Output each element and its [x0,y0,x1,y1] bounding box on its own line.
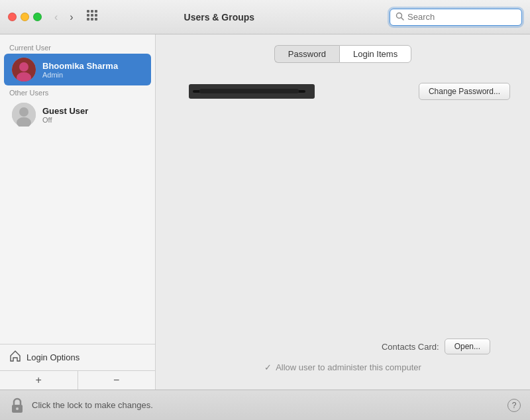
contacts-card-label: Contacts Card: [382,342,439,352]
password-mask [193,88,305,95]
checkmark-icon: ✓ [264,362,272,372]
guest-user-name: Guest User [42,106,88,116]
svg-point-15 [19,107,28,117]
remove-user-button[interactable]: − [78,371,156,390]
guest-user-item[interactable]: Guest User Off [4,99,151,131]
search-input[interactable] [407,12,516,22]
title-bar: ‹ › Users & Groups [0,0,530,34]
window-title: Users & Groups [54,12,384,23]
house-icon [9,350,21,365]
right-panel: Password Login Items Change Password... [156,34,530,390]
other-users-label: Other Users [0,86,155,98]
sidebar: Current User Bhoomika Sharma Admin Other… [0,34,156,390]
maximize-button[interactable] [33,13,42,21]
current-user-item[interactable]: Bhoomika Sharma Admin [4,54,151,85]
guest-user-status: Off [42,116,88,124]
svg-line-10 [401,17,404,20]
current-user-name: Bhoomika Sharma [42,61,118,71]
minimize-button[interactable] [21,13,29,21]
password-field[interactable] [189,84,315,99]
search-box[interactable] [390,9,522,26]
allow-admin-row: ✓ Allow user to administer this computer [176,362,510,383]
guest-avatar [12,103,36,127]
main-content: Current User Bhoomika Sharma Admin Other… [0,34,530,390]
lock-icon [9,396,25,415]
tab-login-items[interactable]: Login Items [339,45,411,63]
lock-text: Click the lock to make changes. [32,400,501,410]
current-user-role: Admin [42,71,118,79]
open-contacts-button[interactable]: Open... [445,339,490,354]
lock-icon-area[interactable] [9,396,25,415]
sidebar-spacer [0,131,155,344]
password-row: Change Password... [176,83,510,100]
tab-password[interactable]: Password [274,45,339,63]
traffic-lights [8,13,42,21]
bottom-bar: Click the lock to make changes. ? [0,390,530,420]
tab-bar: Password Login Items [274,45,411,63]
password-field-area [189,84,408,99]
search-icon [396,12,404,23]
login-options-item[interactable]: Login Options [0,344,155,370]
sidebar-bottom-bar: + − [0,370,155,390]
svg-point-20 [16,407,19,410]
allow-admin-label: Allow user to administer this computer [276,362,421,372]
svg-point-12 [19,62,28,72]
current-user-label: Current User [0,41,155,53]
avatar [12,58,36,81]
change-password-button[interactable]: Change Password... [419,83,510,100]
close-button[interactable] [8,13,17,21]
login-options-label: Login Options [26,352,80,362]
guest-user-info: Guest User Off [42,106,88,124]
add-user-button[interactable]: + [0,371,78,390]
contacts-row: Contacts Card: Open... [176,339,510,362]
help-button[interactable]: ? [507,399,521,412]
avatar-image [12,58,36,81]
password-panel: Change Password... Contacts Card: Open..… [156,76,530,390]
svg-rect-18 [199,89,299,93]
current-user-info: Bhoomika Sharma Admin [42,61,118,79]
